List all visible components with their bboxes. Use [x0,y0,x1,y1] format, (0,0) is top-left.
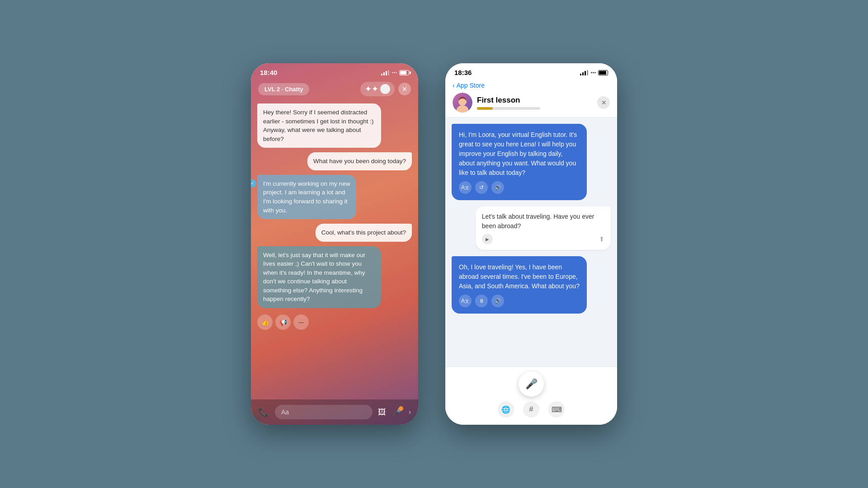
right-status-bar: 18:36 ⋅⋅⋅ [445,63,617,79]
left-message-3-text: I'm currently working on my new project.… [263,180,350,214]
check-mark-icon: ✓ [251,179,256,188]
bottom-action-buttons: 🌐 # ⌨ [498,401,565,418]
right-signal-icon [580,70,588,75]
left-bottom-bar: 📞 Aa 🖼 🎤 › [251,399,418,425]
left-message-3: I'm currently working on my new project.… [257,175,356,219]
phones-container: 18:40 ⋅⋅⋅ LVL 2 · Chatty ✦✦ [251,63,617,425]
right-message-2-text: Let's talk about traveling. Have you eve… [482,213,594,230]
lvl-badge[interactable]: LVL 2 · Chatty [258,83,309,95]
orange-dot [399,406,403,411]
left-time: 18:40 [260,69,277,76]
right-time: 18:36 [454,69,472,76]
chevron-right-icon[interactable]: › [409,408,411,416]
volume-button-3[interactable]: 🔊 [491,295,504,307]
toggle-circle [380,84,390,94]
left-status-icons: ⋅⋅⋅ [381,70,409,76]
translate-button-3[interactable]: A文 [459,295,472,307]
right-message-3-text: Oh, I love traveling! Yes, I have been a… [459,263,580,290]
left-message-1: Hey there! Sorry if I seemed distracted … [257,103,381,148]
message-1-actions: A文 ↺ 🔊 [459,181,580,194]
chevron-left-icon: ‹ [453,82,455,89]
more-button[interactable]: ··· [293,314,309,330]
hashtag-button[interactable]: # [523,401,539,418]
right-battery-icon [598,70,608,75]
left-chat-area: Hey there! Sorry if I seemed distracted … [251,100,418,399]
close-button-left[interactable]: ✕ [398,83,411,95]
sparkle-button[interactable]: ✦✦ [360,82,395,96]
left-input[interactable]: Aa [275,405,373,419]
mic-icon[interactable]: 🎤 [392,407,402,417]
left-phone: 18:40 ⋅⋅⋅ LVL 2 · Chatty ✦✦ [251,63,418,425]
image-icon[interactable]: 🖼 [378,408,386,417]
user-bubble-footer: ▶ ⬆ [482,234,604,244]
globe-button[interactable]: 🌐 [498,401,514,418]
left-message-5-text: Well, let's just say that it will make o… [263,252,365,303]
left-message-1-text: Hey there! Sorry if I seemed distracted … [263,109,374,142]
lesson-header: First lesson ✕ [453,93,610,113]
right-message-3: Oh, I love traveling! Yes, I have been a… [452,256,587,314]
lesson-title-block: First lesson [477,96,597,110]
left-header: LVL 2 · Chatty ✦✦ ✕ [251,80,418,100]
refresh-button-1[interactable]: ↺ [475,181,488,194]
back-link[interactable]: ‹ App Store [453,82,610,89]
right-message-2: Let's talk about traveling. Have you eve… [476,206,611,250]
left-message-2-text: What have you been doing today? [313,158,406,164]
right-header: ‹ App Store [445,79,617,117]
left-message-4: Cool, what's this project about? [316,224,412,242]
copy-icon[interactable]: ⬆ [599,235,604,244]
keyboard-button[interactable]: ⌨ [548,401,565,418]
back-link-text: App Store [457,82,485,89]
left-message-5: Well, let's just say that it will make o… [257,246,381,308]
right-phone: 18:36 ⋅⋅⋅ ‹ [445,63,617,425]
left-message-4-text: Cool, what's this project about? [321,229,406,236]
signal-icon [381,70,389,75]
play-button[interactable]: ▶ [482,234,493,244]
thumbs-up-button[interactable]: 👍 [257,314,273,330]
pause-button-3[interactable]: ⏸ [475,295,488,307]
right-message-1-text: Hi, I'm Loora, your virtual English tuto… [459,131,577,176]
volume-button-1[interactable]: 🔊 [491,181,504,194]
speaker-button[interactable]: 📢 [275,314,291,330]
right-wifi-icon: ⋅⋅⋅ [590,69,596,76]
left-status-bar: 18:40 ⋅⋅⋅ [251,63,418,80]
close-button-right[interactable]: ✕ [597,96,610,109]
right-bottom-bar: 🎤 🌐 # ⌨ [445,366,617,425]
mic-button[interactable]: 🎤 [519,371,544,397]
feedback-bar: 👍 📢 ··· [257,313,412,333]
right-message-1: Hi, I'm Loora, your virtual English tuto… [452,124,587,200]
sparkle-icon: ✦✦ [365,84,378,94]
progress-fill [477,107,493,110]
right-status-icons: ⋅⋅⋅ [580,69,608,76]
battery-icon [399,70,409,75]
header-right-buttons: ✦✦ ✕ [360,82,411,96]
bottom-icons: 🖼 🎤 › [378,407,411,417]
avatar [453,93,472,113]
message-3-actions: A文 ⏸ 🔊 [459,295,580,307]
right-chat-area: Hi, I'm Loora, your virtual English tuto… [445,117,617,366]
lesson-title: First lesson [477,96,597,105]
translate-button-1[interactable]: A文 [459,181,472,194]
phone-icon[interactable]: 📞 [258,407,269,418]
progress-bar [477,107,540,110]
left-message-2: What have you been doing today? [307,152,412,170]
input-placeholder: Aa [281,408,289,416]
wifi-icon: ⋅⋅⋅ [392,70,397,76]
